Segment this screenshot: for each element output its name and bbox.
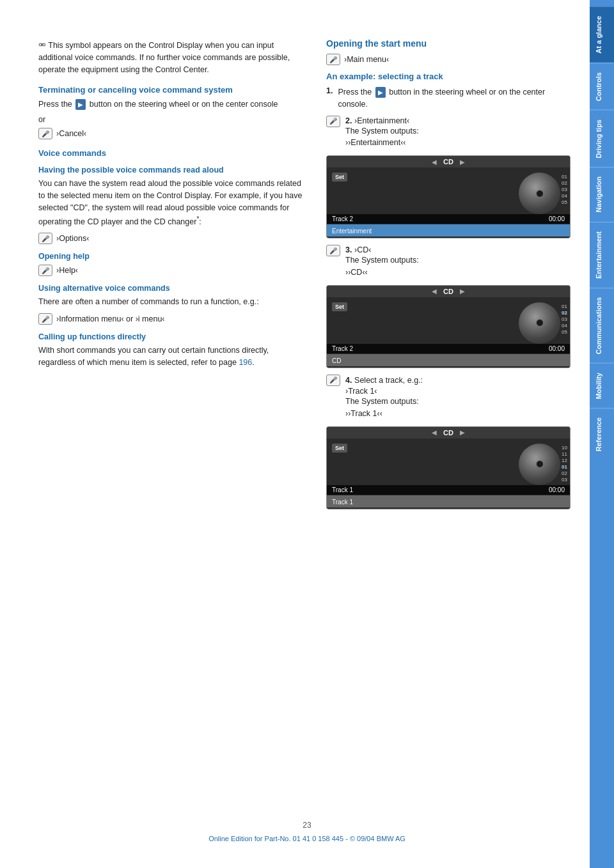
page-footer: Online Edition for Part-No. 01 41 0 158 … (209, 835, 405, 842)
step-2-number: 2. (345, 116, 352, 125)
voice-icon-step4: 🎤 (326, 375, 340, 386)
step-2-output-cmd: ››Entertainment‹‹ (345, 138, 405, 147)
right-column: Opening the start menu 🎤 ›Main menu‹ An … (326, 38, 571, 842)
sidebar-tab-navigation[interactable]: Navigation (590, 167, 614, 221)
screen3-track: Track 1 (332, 486, 353, 493)
cd-disc-2 (519, 302, 560, 344)
intro-text: ⚮ This symbol appears on the Control Dis… (38, 38, 307, 76)
set-btn-2: Set (332, 302, 347, 311)
step-1-row: 1. Press the ▶ button in the steering wh… (326, 86, 571, 111)
step-4-number: 4. (345, 376, 352, 385)
screen1-bottom: Entertainment (332, 228, 372, 235)
step-3-row: 🎤 3. ›CD‹ The System outputs: ››CD‹‹ (326, 245, 571, 279)
or-text: or (38, 115, 307, 124)
voice-icon-options: 🎤 (38, 233, 52, 244)
track-numbers-2: 01 02 03 04 05 (562, 304, 567, 335)
alt-commands-heading: Using alternative voice commands (38, 284, 307, 293)
voice-icon-step2: 🎤 (326, 116, 340, 127)
step-3-number: 3. (345, 245, 352, 254)
step-1-number: 1. (326, 86, 333, 95)
terminating-heading: Terminating or canceling voice command s… (38, 85, 307, 95)
opening-menu-heading: Opening the start menu (326, 38, 571, 49)
info-command: 🎤 ›Information menu‹ or ›i menu‹ (38, 313, 307, 325)
step-1-body: Press the ▶ button in the steering wheel… (338, 86, 571, 111)
cd-screen-1: ◀ CD ▶ Set 01 02 (326, 155, 571, 238)
voice-icon-step3: 🎤 (326, 245, 340, 256)
main-menu-cmd-text: ›Main menu‹ (344, 55, 389, 64)
step-3-output-label: The System outputs: (345, 256, 419, 265)
opening-help-heading: Opening help (38, 252, 307, 261)
screen2-top-label: CD (443, 288, 453, 295)
cd-disc-3 (519, 444, 560, 485)
screen1-top-label: CD (443, 158, 453, 166)
sidebar-tab-communications[interactable]: Communications (590, 288, 614, 363)
step-4-row: 🎤 4. Select a track, e.g.: ›Track 1‹ The… (326, 375, 571, 420)
info-cmd-text: ›Information menu‹ or ›i menu‹ (56, 314, 165, 323)
main-content: ⚮ This symbol appears on the Control Dis… (0, 0, 590, 868)
steering-btn-icon-step1: ▶ (375, 87, 386, 98)
step-3-body: 3. ›CD‹ The System outputs: ››CD‹‹ (345, 245, 419, 279)
track-numbers-1: 01 02 03 04 05 (562, 174, 567, 205)
screen3-bottom: Track 1 (332, 499, 353, 506)
set-btn-3: Set (332, 444, 347, 453)
screen2-time: 00:00 (549, 345, 565, 352)
sidebar-tab-driving-tips[interactable]: Driving tips (590, 110, 614, 167)
screen1-time: 00:00 (549, 215, 565, 222)
track-numbers-3: 10 11 12 01 02 03 (562, 445, 567, 483)
step-4-track-cmd: ›Track 1‹ (345, 387, 377, 396)
options-command: 🎤 ›Options‹ (38, 233, 307, 244)
alt-commands-body: There are often a number of commands to … (38, 296, 307, 308)
page-number: 23 (303, 821, 311, 830)
left-column: ⚮ This symbol appears on the Control Dis… (38, 38, 307, 842)
page-ref-link[interactable]: 196 (239, 358, 252, 367)
voice-commands-heading: Voice commands (38, 148, 307, 158)
step-4-output-cmd: ››Track 1‹‹ (345, 409, 382, 418)
screen1-track: Track 2 (332, 215, 353, 222)
sidebar-tab-controls[interactable]: Controls (590, 63, 614, 110)
main-menu-command: 🎤 ›Main menu‹ (326, 54, 571, 65)
step-2-body: 2. ›Entertainment‹ The System outputs: ›… (345, 116, 419, 150)
voice-icon-help: 🎤 (38, 265, 52, 276)
screen2-bottom: CD (332, 357, 341, 364)
screen2-track: Track 2 (332, 345, 353, 352)
voice-icon-mainmenu: 🎤 (326, 54, 340, 65)
example-heading: An example: selecting a track (326, 72, 571, 81)
options-cmd-text: ›Options‹ (56, 234, 89, 243)
steering-btn-icon: ▶ (75, 99, 86, 110)
help-cmd-text: ›Help‹ (56, 266, 78, 275)
step-4-text: Select a track, e.g.: (354, 376, 423, 385)
cd-screen-2: ◀ CD ▶ Set 01 02 (326, 285, 571, 368)
sidebar-tab-reference[interactable]: Reference (590, 408, 614, 460)
right-sidebar: At a glance Controls Driving tips Naviga… (590, 0, 614, 868)
voice-icon-cancel: 🎤 (38, 128, 52, 139)
step-2-output-label: The System outputs: (345, 127, 419, 136)
step-4-body: 4. Select a track, e.g.: ›Track 1‹ The S… (345, 375, 423, 420)
step-2-cmd: ›Entertainment‹ (354, 116, 409, 125)
screen3-time: 00:00 (549, 486, 565, 493)
voice-icon-info: 🎤 (38, 313, 52, 325)
calling-heading: Calling up functions directly (38, 332, 307, 341)
set-btn-1: Set (332, 173, 347, 182)
step-2-row: 🎤 2. ›Entertainment‹ The System outputs:… (326, 116, 571, 150)
calling-body: With short commands you can carry out ce… (38, 345, 307, 369)
screen3-top-label: CD (443, 429, 453, 437)
sidebar-tab-entertainment[interactable]: Entertainment (590, 222, 614, 288)
having-heading: Having the possible voice commands read … (38, 166, 307, 174)
cancel-cmd-text: ›Cancel‹ (56, 129, 86, 138)
sidebar-tab-at-a-glance[interactable]: At a glance (590, 6, 614, 63)
sidebar-tab-mobility[interactable]: Mobility (590, 363, 614, 408)
step-3-output-cmd: ››CD‹‹ (345, 268, 368, 277)
having-body: You can have the system read aloud the p… (38, 178, 307, 228)
step-4-output-label: The System outputs: (345, 397, 419, 406)
step-3-cmd: ›CD‹ (354, 245, 371, 254)
terminating-body: Press the ▶ button on the steering wheel… (38, 98, 307, 111)
page-container: ⚮ This symbol appears on the Control Dis… (0, 0, 614, 868)
cd-screen-3: ◀ CD ▶ Set 10 11 (326, 426, 571, 509)
cd-disc-1 (519, 173, 560, 214)
cancel-command: 🎤 ›Cancel‹ (38, 128, 307, 139)
help-command: 🎤 ›Help‹ (38, 265, 307, 276)
